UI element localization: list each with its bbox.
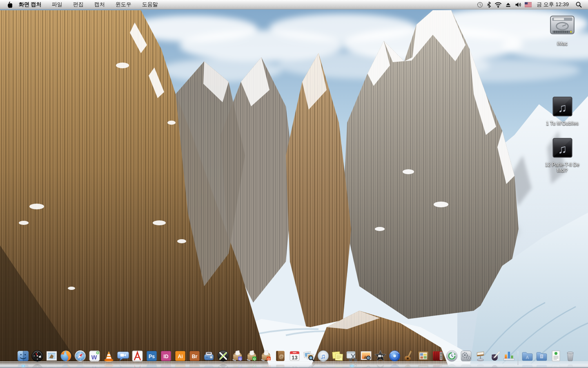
dock-quark-box-green[interactable]: Q (245, 349, 258, 363)
dock-acrobat-reader[interactable] (131, 349, 144, 363)
dock-itunes[interactable]: ♫ (316, 349, 330, 363)
svg-text:Ps: Ps (149, 354, 155, 359)
svg-text:ID: ID (163, 354, 168, 359)
desktop-icons: iMac♫ 1 Tu M'Oublies♫ 12 Parle-T-Il De M… (540, 11, 585, 173)
dock-indesign[interactable]: ID (159, 349, 173, 363)
dock-separator (517, 350, 520, 363)
menu-item-0[interactable]: 파일 (47, 1, 68, 8)
imac-hard-drive[interactable]: iMac (541, 11, 584, 47)
menu-item-2[interactable]: 캡처 (89, 1, 110, 8)
wallpaper-mountains (0, 0, 588, 368)
dock-photo-booth[interactable] (431, 349, 444, 363)
dock-system-preferences[interactable] (459, 349, 473, 363)
running-indicator (21, 365, 25, 367)
dock-mail[interactable] (45, 349, 58, 363)
dock-safari[interactable] (74, 349, 87, 363)
volume-icon[interactable] (514, 2, 521, 8)
dock-numbers[interactable] (502, 349, 516, 363)
spotlight-icon[interactable] (574, 1, 584, 8)
dock-photoshop[interactable]: Ps (145, 349, 158, 363)
desktop-icon-label: iMac (557, 41, 567, 47)
dock-ical[interactable]: 13 (288, 349, 301, 363)
dock-pages[interactable] (488, 349, 501, 363)
dock-vlc[interactable] (102, 349, 116, 363)
menu-item-3[interactable]: 윈도우 (110, 1, 137, 8)
dock-imovie[interactable] (374, 349, 387, 363)
audio-file-1[interactable]: ♫ 1 Tu M'Oublies (541, 95, 584, 126)
dock-preview[interactable] (302, 349, 316, 363)
dock-comic-life[interactable] (416, 349, 430, 363)
desktop-icon-label: 12 Parle-T-Il De Moi? (541, 162, 584, 173)
dock-toast[interactable] (202, 349, 216, 363)
svg-text:Q: Q (239, 357, 241, 361)
running-indicator (350, 365, 354, 367)
svg-text:A: A (526, 355, 529, 360)
input-source-us-flag-icon[interactable] (525, 2, 532, 7)
audio-file-2[interactable]: ♫ 12 Parle-T-Il De Moi? (541, 136, 584, 173)
eject-icon[interactable] (505, 2, 511, 8)
dock-garageband[interactable] (402, 349, 416, 363)
dock-documents-folder[interactable] (535, 349, 548, 363)
dock-dashboard[interactable] (31, 349, 44, 363)
svg-text:w: w (91, 353, 97, 361)
dock-quark-box-blue[interactable]: Q (231, 349, 244, 363)
svg-text:Q: Q (267, 357, 270, 361)
dock-stickies[interactable] (331, 349, 344, 363)
desktop-icon-label: 1 Tu M'Oublies (546, 121, 579, 126)
dock: wPsIDAiBrQQQ@13♫A (16, 349, 577, 363)
dock-time-machine[interactable] (445, 349, 459, 363)
dock-quark-box-red[interactable]: Q (259, 349, 273, 363)
bluetooth-icon[interactable] (487, 1, 491, 8)
dock-address-book[interactable]: @ (274, 349, 287, 363)
dock-applications-folder[interactable]: A (521, 349, 534, 363)
svg-text:Br: Br (192, 354, 198, 359)
svg-text:Q: Q (253, 357, 256, 361)
dock-keynote[interactable] (474, 349, 487, 363)
svg-text:♫: ♫ (558, 101, 567, 114)
app-menu-title[interactable]: 화면 캡처 (14, 1, 47, 8)
dock-w-globe-app[interactable]: w (88, 349, 101, 363)
menu-item-4[interactable]: 도움말 (137, 1, 163, 8)
dock-firefox[interactable] (59, 349, 73, 363)
dock-trash[interactable] (564, 349, 577, 363)
svg-text:Ai: Ai (178, 354, 183, 359)
svg-text:@: @ (279, 354, 284, 359)
audio-icon: ♫ (551, 95, 574, 120)
dock-illustrator[interactable]: Ai (174, 349, 187, 363)
dock-iphoto[interactable] (359, 349, 373, 363)
time-machine-menu-icon[interactable] (477, 1, 483, 8)
svg-text:13: 13 (292, 355, 297, 361)
dock-quarkxpress[interactable] (216, 349, 230, 363)
svg-text:♫: ♫ (558, 142, 567, 156)
svg-text:♫: ♫ (321, 352, 325, 360)
menu-bar: 화면 캡처 파일편집캡처윈도우도움말 금 오후 12:39 (0, 0, 588, 9)
audio-icon: ♫ (551, 136, 574, 161)
harddrive-icon (549, 11, 576, 40)
menu-clock[interactable]: 금 오후 12:39 (534, 1, 571, 8)
dock-bridge[interactable]: Br (188, 349, 201, 363)
apple-menu[interactable] (4, 1, 14, 8)
menu-item-1[interactable]: 편집 (68, 1, 89, 8)
dock-idvd[interactable] (388, 349, 401, 363)
wifi-icon[interactable] (494, 2, 502, 8)
dock-ichat[interactable] (116, 349, 130, 363)
dock-document-file[interactable] (549, 349, 563, 363)
dock-grab-screen-capture[interactable] (345, 349, 359, 363)
dock-finder[interactable] (16, 349, 30, 363)
